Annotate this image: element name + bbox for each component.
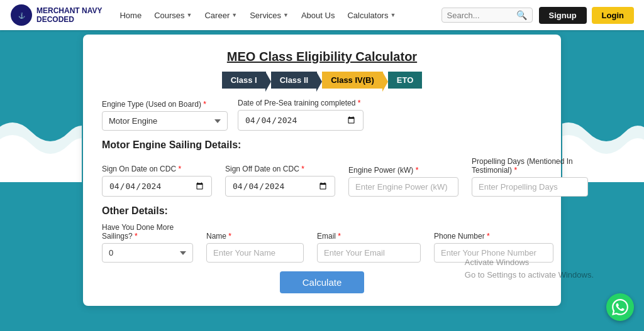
sailing-details-title: Motor Engine Sailing Details: <box>102 139 542 151</box>
name-group: Name * <box>206 232 307 263</box>
propelling-input[interactable] <box>472 177 588 197</box>
email-group: Email * <box>317 232 424 263</box>
nav-links: Home Courses▼ Career▼ Services▼ About Us… <box>114 8 441 23</box>
engine-power-label: Engine Power (kW) * <box>348 166 462 175</box>
nav-courses[interactable]: Courses▼ <box>149 8 197 23</box>
email-input[interactable] <box>317 243 421 263</box>
nav-about[interactable]: About Us <box>296 8 340 23</box>
propelling-label: Propelling Days (Mentioned In Testimonia… <box>472 157 597 175</box>
nav-calculators[interactable]: Calculators▼ <box>342 8 401 23</box>
engine-type-label: Engine Type (Used on Board) * <box>102 100 228 109</box>
courses-caret: ▼ <box>187 12 192 18</box>
email-label: Email * <box>317 232 424 241</box>
sign-on-group: Sign On Date on CDC * <box>102 165 215 197</box>
career-caret: ▼ <box>231 12 237 18</box>
engine-power-input[interactable] <box>348 177 458 197</box>
logo-icon: ⚓ <box>10 4 33 26</box>
other-details-row: Have You Done More Sailings? * 0 1 2 Nam… <box>102 223 542 263</box>
sailings-select[interactable]: 0 1 2 <box>102 243 193 263</box>
propelling-group: Propelling Days (Mentioned In Testimonia… <box>472 157 597 197</box>
sign-on-label: Sign On Date on CDC * <box>102 165 215 173</box>
search-box: 🔍 <box>441 8 533 23</box>
login-button[interactable]: Login <box>592 7 634 24</box>
name-label: Name * <box>206 232 307 241</box>
nav-career[interactable]: Career▼ <box>199 8 242 23</box>
wave-left <box>0 107 82 182</box>
calculator-title: MEO Class Eligibility Calculator <box>102 50 542 64</box>
phone-group: Phone Number * <box>434 232 560 263</box>
calculator-card: MEO Class Eligibility Calculator Class I… <box>83 35 561 306</box>
sailings-group: Have You Done More Sailings? * 0 1 2 <box>102 223 196 263</box>
search-button[interactable]: 🔍 <box>516 10 527 20</box>
engine-type-group: Engine Type (Used on Board) * Motor Engi… <box>102 100 228 131</box>
nav-services[interactable]: Services▼ <box>245 8 294 23</box>
name-input[interactable] <box>206 243 304 263</box>
navbar: ⚓ MERCHANT NAVY DECODED Home Courses▼ Ca… <box>0 0 644 30</box>
svg-text:⚓: ⚓ <box>18 12 26 19</box>
tab-eto[interactable]: ETO <box>388 72 423 89</box>
signup-button[interactable]: Signup <box>539 7 587 24</box>
sign-off-input[interactable] <box>225 176 335 197</box>
other-details-title: Other Details: <box>102 205 542 217</box>
whatsapp-icon <box>612 299 628 315</box>
whatsapp-button[interactable] <box>606 293 634 321</box>
search-input[interactable] <box>447 11 516 20</box>
logo[interactable]: ⚓ MERCHANT NAVY DECODED <box>10 4 102 26</box>
presea-date-input[interactable] <box>238 110 364 131</box>
tab-class-2[interactable]: Class II <box>271 72 318 89</box>
phone-input[interactable] <box>434 243 553 263</box>
tab-class-4b[interactable]: Class IV(B) <box>322 72 383 89</box>
class-tabs: Class I Class II Class IV(B) ETO <box>102 72 542 89</box>
tab-class-1[interactable]: Class I <box>222 72 266 89</box>
presea-date-label: Date of Pre-Sea training completed * <box>238 99 376 107</box>
calc-caret: ▼ <box>390 12 396 18</box>
engine-power-group: Engine Power (kW) * <box>348 166 462 197</box>
sign-off-group: Sign Off Date on CDC * <box>225 165 338 197</box>
engine-date-row: Engine Type (Used on Board) * Motor Engi… <box>102 99 542 131</box>
presea-date-group: Date of Pre-Sea training completed * <box>238 99 376 131</box>
sign-on-input[interactable] <box>102 176 212 197</box>
sailing-row: Sign On Date on CDC * Sign Off Date on C… <box>102 157 542 197</box>
logo-text: MERCHANT NAVY DECODED <box>36 6 102 24</box>
calculate-button[interactable]: Calculate <box>280 271 365 293</box>
services-caret: ▼ <box>283 12 289 18</box>
sailings-label: Have You Done More Sailings? * <box>102 223 196 241</box>
phone-label: Phone Number * <box>434 232 560 241</box>
calculate-row: Calculate <box>102 271 542 293</box>
engine-type-select[interactable]: Motor Engine <box>102 111 228 131</box>
nav-home[interactable]: Home <box>114 8 147 23</box>
sign-off-label: Sign Off Date on CDC * <box>225 165 338 173</box>
